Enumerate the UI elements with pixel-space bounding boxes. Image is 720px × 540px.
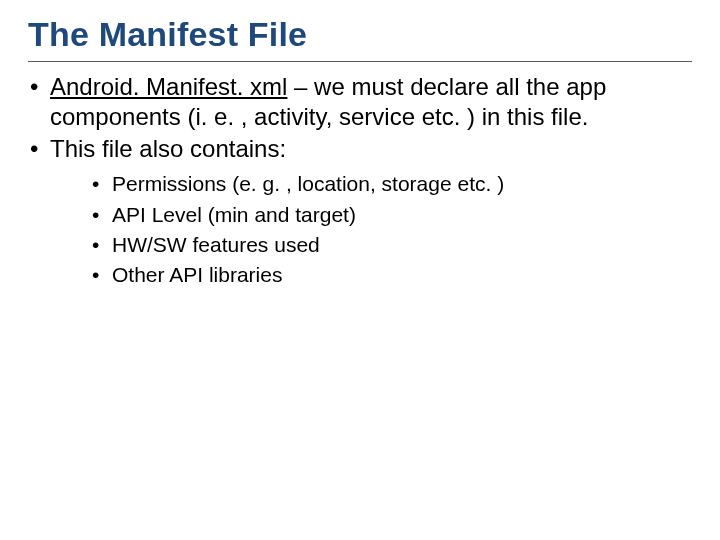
slide-title: The Manifest File bbox=[28, 16, 692, 57]
bullet-list: Android. Manifest. xml – we must declare… bbox=[28, 72, 692, 289]
sub-bullet-text: Other API libraries bbox=[112, 263, 282, 286]
sub-bullet-text: Permissions (e. g. , location, storage e… bbox=[112, 172, 504, 195]
title-underline-rule bbox=[28, 61, 692, 62]
bullet-item: Android. Manifest. xml – we must declare… bbox=[28, 72, 686, 132]
sub-bullet-item: HW/SW features used bbox=[92, 231, 686, 259]
sub-bullet-text: HW/SW features used bbox=[112, 233, 320, 256]
sub-bullet-item: API Level (min and target) bbox=[92, 201, 686, 229]
sub-bullet-item: Other API libraries bbox=[92, 261, 686, 289]
sub-bullet-text: API Level (min and target) bbox=[112, 203, 356, 226]
slide: The Manifest File Android. Manifest. xml… bbox=[0, 0, 720, 540]
bullet-text: This file also contains: bbox=[50, 135, 286, 162]
sub-bullet-list: Permissions (e. g. , location, storage e… bbox=[92, 170, 686, 289]
bullet-item: This file also contains: Permissions (e.… bbox=[28, 134, 686, 289]
bullet-text-underlined: Android. Manifest. xml bbox=[50, 73, 287, 100]
sub-bullet-item: Permissions (e. g. , location, storage e… bbox=[92, 170, 686, 198]
